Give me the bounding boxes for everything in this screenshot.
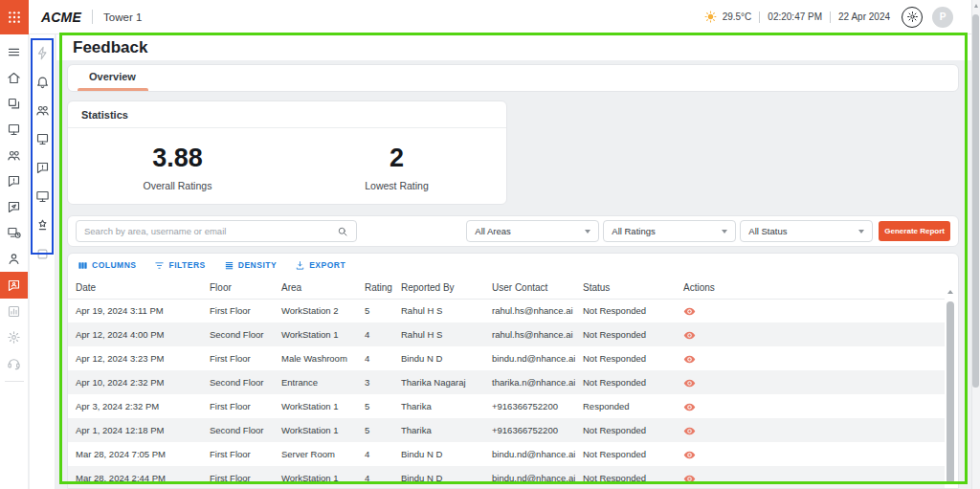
chat-send-icon (7, 200, 21, 214)
sidebar-item-chat-alert[interactable] (30, 153, 55, 182)
tab-overview[interactable]: Overview (85, 71, 140, 91)
column-header-rating[interactable]: Rating (357, 277, 393, 299)
kiosk-icon (7, 122, 21, 137)
sidebar-item-monitor-clock[interactable] (0, 220, 28, 246)
cell-status: Not Responded (575, 442, 676, 466)
table-row: Apr 1, 2024 12:18 PMSecond FloorWorkStat… (68, 418, 945, 442)
page-scrollbar-thumb[interactable] (972, 14, 979, 388)
main-content: Feedback Overview Statistics 3.88 Overal… (56, 34, 980, 489)
sidebar-item-bell[interactable] (30, 67, 55, 96)
eye-icon (683, 305, 696, 318)
cell-date: Apr 19, 2024 3:11 PM (68, 299, 202, 322)
cell-reported_by: Bindu N D (393, 466, 484, 489)
sidebar-item-kiosk[interactable] (30, 124, 55, 153)
sidebar-item-hand-star[interactable] (30, 211, 55, 239)
sidebar-item-people[interactable] (0, 143, 28, 168)
table-toolbar: COLUMNSFILTERSDENSITYEXPORT (68, 254, 958, 277)
all-areas-dropdown[interactable]: All Areas (466, 220, 599, 242)
statistics-card: Statistics 3.88 Overall Ratings 2 Lowest… (67, 100, 507, 205)
cell-floor: Second Floor (202, 322, 274, 346)
search-box (76, 220, 357, 242)
statistics-row: 3.88 Overall Ratings 2 Lowest Rating (68, 128, 506, 191)
cell-reported_by: Tharika (393, 394, 484, 418)
column-header-floor[interactable]: Floor (202, 277, 274, 299)
cell-actions (676, 370, 945, 394)
sidebar-item-square[interactable] (30, 239, 55, 268)
toolbar-density-button[interactable]: DENSITY (224, 260, 277, 271)
menu-icon (7, 45, 21, 59)
column-header-actions[interactable]: Actions (676, 277, 945, 299)
cell-area: WorkStation 1 (274, 322, 357, 346)
sidebar-item-assets[interactable] (0, 91, 28, 117)
header-separator (759, 11, 760, 23)
cell-floor: First Floor (202, 299, 274, 322)
view-feedback-button[interactable] (683, 449, 697, 461)
sidebar-item-feedback[interactable] (0, 272, 28, 299)
column-header-user-contact[interactable]: User Contact (484, 277, 575, 299)
cell-floor: First Floor (202, 466, 274, 489)
stat-lowest-rating: 2 Lowest Rating (287, 144, 506, 191)
toolbar-export-label: EXPORT (309, 260, 345, 270)
avatar[interactable]: P (932, 7, 953, 28)
eye-icon (683, 425, 696, 437)
tab-overview-label: Overview (89, 71, 136, 82)
view-feedback-button[interactable] (683, 377, 697, 389)
sidebar-item-kiosk[interactable] (0, 117, 28, 143)
cell-area: WorkStation 1 (274, 394, 357, 418)
cell-actions (676, 418, 945, 442)
settings-button[interactable] (902, 7, 923, 28)
columns-icon (78, 260, 88, 271)
column-header-area[interactable]: Area (274, 277, 357, 299)
all-status-value: All Status (748, 226, 787, 236)
view-feedback-button[interactable] (683, 329, 697, 342)
sidebar-item-person[interactable] (0, 246, 28, 272)
filters-icon (154, 260, 165, 271)
person-icon (7, 252, 21, 266)
view-feedback-button[interactable] (683, 305, 697, 318)
cell-user_contact: +916366752200 (484, 394, 575, 418)
cell-rating: 4 (357, 322, 393, 346)
top-header: ACME Tower 1 29.5°C 02:20:47 PM 22 Apr 2… (0, 0, 980, 34)
sidebar-item-gear[interactable] (0, 324, 28, 350)
app-launcher-button[interactable] (0, 0, 29, 34)
sidebar-item-home[interactable] (0, 65, 28, 91)
cell-area: WorkStation 1 (274, 466, 357, 489)
view-feedback-button[interactable] (683, 425, 697, 437)
toolbar-filters-label: FILTERS (168, 260, 205, 270)
toolbar-density-label: DENSITY (238, 260, 277, 270)
view-feedback-button[interactable] (683, 401, 697, 413)
cell-date: Apr 12, 2024 4:00 PM (68, 322, 202, 346)
gear-icon (7, 330, 21, 345)
column-header-date[interactable]: Date (68, 277, 202, 299)
table-scrollbar (947, 298, 954, 484)
sidebar-item-people[interactable] (30, 96, 55, 124)
view-feedback-button[interactable] (683, 473, 697, 485)
cell-area: Male Washroom (274, 346, 357, 370)
generate-report-button[interactable]: Generate Report (879, 221, 950, 241)
sidebar-item-menu[interactable] (0, 39, 28, 65)
chevron-down-icon (585, 230, 590, 233)
sidebar-item-chart[interactable] (0, 299, 28, 324)
cell-actions (676, 346, 945, 370)
sidebar-item-headset[interactable] (0, 350, 28, 376)
cell-status: Not Responded (575, 299, 676, 322)
column-header-reported-by[interactable]: Reported By (393, 277, 484, 299)
column-header-status[interactable]: Status (575, 277, 676, 299)
sidebar-item-monitor-chat[interactable] (30, 182, 55, 211)
cell-reported_by: Tharika (393, 418, 484, 442)
toolbar-columns-button[interactable]: COLUMNS (78, 260, 136, 271)
table-scrollbar-thumb[interactable] (947, 301, 954, 484)
toolbar-export-button[interactable]: EXPORT (295, 260, 345, 271)
all-status-dropdown[interactable]: All Status (740, 220, 873, 242)
date-label: 22 Apr 2024 (838, 11, 890, 22)
toolbar-filters-button[interactable]: FILTERS (154, 260, 205, 271)
search-input[interactable] (77, 226, 337, 236)
header-separator (830, 11, 831, 23)
active-tab-underline (78, 88, 148, 91)
sidebar-item-chat-alert[interactable] (0, 168, 28, 194)
stat-overall-ratings: 3.88 Overall Ratings (68, 144, 287, 191)
all-ratings-dropdown[interactable]: All Ratings (603, 220, 736, 242)
view-feedback-button[interactable] (683, 353, 697, 366)
sidebar-item-chat-send[interactable] (0, 194, 28, 220)
sidebar-item-lightning[interactable] (30, 38, 55, 67)
